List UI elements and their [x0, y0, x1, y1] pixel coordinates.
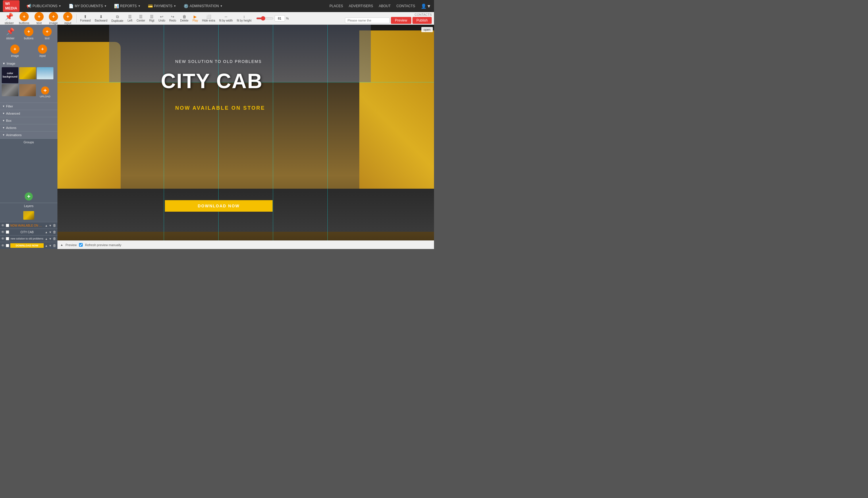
fit-by-width-action[interactable]: ↔ fit by width: [218, 13, 234, 23]
filter-header[interactable]: ▼ Filter: [0, 103, 57, 110]
payment-icon: 💳: [148, 4, 153, 8]
layer-preview-area: [0, 209, 57, 222]
user-account-icon[interactable]: 👤▼: [421, 3, 431, 9]
sticker-tool[interactable]: 📌 sticker: [2, 11, 16, 26]
layer-delete-icon[interactable]: 🗑: [53, 223, 56, 227]
nav-publications[interactable]: 📢 PUBLICATIONS ▼: [24, 3, 64, 10]
layer-up-icon[interactable]: ▲: [45, 231, 48, 234]
image-thumb-sky[interactable]: [37, 67, 53, 79]
layer-down-icon[interactable]: ▼: [49, 231, 52, 234]
input-tool-side[interactable]: + input: [38, 44, 47, 57]
image-thumb-hands[interactable]: [19, 84, 36, 96]
text-tool[interactable]: + text: [32, 11, 46, 26]
layer-delete-icon[interactable]: 🗑: [53, 230, 56, 234]
canvas-download-button[interactable]: DOWNLOAD NOW: [165, 200, 273, 212]
image-section-header[interactable]: ▼ Image: [1, 61, 56, 66]
align-left-icon: ☰: [128, 14, 132, 19]
hide-extra-action[interactable]: ⬜ Hide extra: [200, 13, 217, 23]
box-header[interactable]: ▼ Box: [0, 117, 57, 124]
layer-checkbox[interactable]: [6, 244, 9, 247]
layer-up-icon[interactable]: ▲: [45, 224, 48, 227]
color-background-swatch[interactable]: color background: [2, 67, 18, 83]
zoom-slider[interactable]: [256, 17, 274, 19]
nav-administration[interactable]: ⚙️ ADMINISTRATION ▼: [181, 3, 225, 10]
actions-header[interactable]: ▼ Actions: [0, 124, 57, 131]
align-right-action[interactable]: ☰ Rigt: [147, 13, 156, 23]
layer-checkbox[interactable]: [6, 224, 9, 227]
dropdown-arrow-icon: ▼: [220, 4, 223, 8]
bottom-arrow-icon[interactable]: ▲: [60, 243, 63, 246]
layer-visibility-icon[interactable]: 👁: [1, 230, 4, 234]
layer-down-icon[interactable]: ▼: [49, 244, 52, 247]
layer-delete-icon[interactable]: 🗑: [53, 237, 56, 241]
grid-line-vertical-3: [273, 25, 273, 240]
redo-action[interactable]: ↪ Redo: [168, 13, 178, 23]
image-tool[interactable]: + image: [47, 11, 60, 26]
megaphone-icon: 📢: [26, 4, 31, 8]
nav-contacts[interactable]: CONTACTS: [396, 4, 415, 8]
image-thumb-taxi[interactable]: [19, 67, 36, 79]
groups-area: [0, 146, 57, 190]
layer-checkbox[interactable]: [6, 237, 9, 240]
delete-action[interactable]: 🗑 Delete: [179, 13, 190, 23]
nav-places[interactable]: PLACES: [329, 4, 343, 8]
grid-line-vertical-4: [327, 25, 328, 240]
tool-row: 📌 sticker + buttons + text: [0, 25, 57, 42]
layer-thumbnail: [23, 211, 34, 220]
image-tool-side[interactable]: + image: [10, 44, 19, 57]
input-tool[interactable]: + input: [61, 11, 75, 26]
layer-checkbox[interactable]: [6, 230, 9, 234]
add-group-plus-icon: +: [25, 193, 33, 200]
zoom-input[interactable]: 81: [275, 15, 285, 22]
canvas-area[interactable]: NEW SOLUTION TO OLD PROBLEMS CITY CAB NO…: [57, 25, 434, 249]
layer-name: CITY CAB: [10, 231, 44, 234]
refresh-preview-checkbox[interactable]: [79, 243, 83, 247]
fit-by-height-action[interactable]: ↕ fit by height: [235, 13, 253, 23]
layer-up-icon[interactable]: ▲: [45, 237, 48, 240]
forward-action[interactable]: ⬆ Forward: [78, 13, 92, 23]
layer-down-icon[interactable]: ▼: [49, 224, 52, 227]
buttons-tool-side[interactable]: + buttons: [24, 27, 34, 40]
duplicate-action[interactable]: ⧉ Duplicate: [110, 13, 125, 23]
nav-right-links: PLACES ADVERTISERS ABOUT CONTACTS 👤▼: [329, 3, 431, 9]
image-thumb-city[interactable]: [2, 84, 18, 96]
canvas-available-text[interactable]: NOW AVAILABLE ON STORE: [175, 105, 265, 111]
sticker-icon: 📌: [4, 12, 14, 21]
nav-about[interactable]: ABOUT: [379, 4, 391, 8]
box-section: ▼ Box: [0, 117, 57, 124]
layer-item-now-available: 👁 NOW AVAILABLE ON STORE ▲ ▼ 🗑: [0, 222, 57, 228]
layer-visibility-icon[interactable]: 👁: [1, 237, 4, 241]
backward-action[interactable]: ⬇ Backward: [93, 13, 109, 23]
preview-button[interactable]: Preview: [391, 17, 411, 24]
animations-header[interactable]: ▼ Animations: [0, 132, 57, 139]
image-chevron-icon: ▼: [2, 62, 5, 65]
play-action[interactable]: ▶ Play: [191, 13, 200, 23]
layer-delete-icon[interactable]: 🗑: [53, 244, 56, 248]
sticker-tool-side[interactable]: 📌 sticker: [6, 27, 15, 40]
layers-section-header: Layers: [0, 203, 57, 209]
duplicate-icon: ⧉: [116, 14, 119, 19]
logo[interactable]: WI MEDIA: [3, 0, 19, 12]
align-left-action[interactable]: ☰ Left: [126, 13, 134, 23]
nav-payments[interactable]: 💳 PAYMENTS ▼: [145, 3, 179, 10]
align-center-action[interactable]: ☰ Center: [135, 13, 147, 23]
layer-visibility-icon[interactable]: 👁: [1, 244, 4, 248]
layer-visibility-icon[interactable]: 👁: [1, 223, 4, 227]
layer-name: new solution to old problems: [10, 237, 44, 240]
document-name-input[interactable]: [345, 17, 390, 23]
canvas-title-text[interactable]: CITY CAB: [161, 69, 263, 93]
nav-advertisers[interactable]: ADVERTISERS: [349, 4, 373, 8]
add-group-button[interactable]: +: [0, 190, 57, 203]
advanced-header[interactable]: ▼ Advanced: [0, 110, 57, 117]
layer-up-icon[interactable]: ▲: [45, 244, 48, 247]
publish-button[interactable]: Publish: [412, 17, 432, 24]
text-tool-side[interactable]: + text: [42, 27, 52, 40]
upload-button[interactable]: + UPLOAD: [37, 84, 53, 100]
buttons-tool[interactable]: + buttons: [17, 11, 31, 26]
undo-action[interactable]: ↩ Undo: [157, 13, 167, 23]
animations-chevron-icon: ▼: [2, 133, 5, 136]
layer-down-icon[interactable]: ▼: [49, 237, 52, 240]
canvas-open-button[interactable]: open: [421, 27, 433, 32]
nav-my-documents[interactable]: 📄 MY DOCUMENTS ▼: [66, 3, 109, 10]
nav-reports[interactable]: 📊 REPORTS ▼: [111, 3, 143, 10]
